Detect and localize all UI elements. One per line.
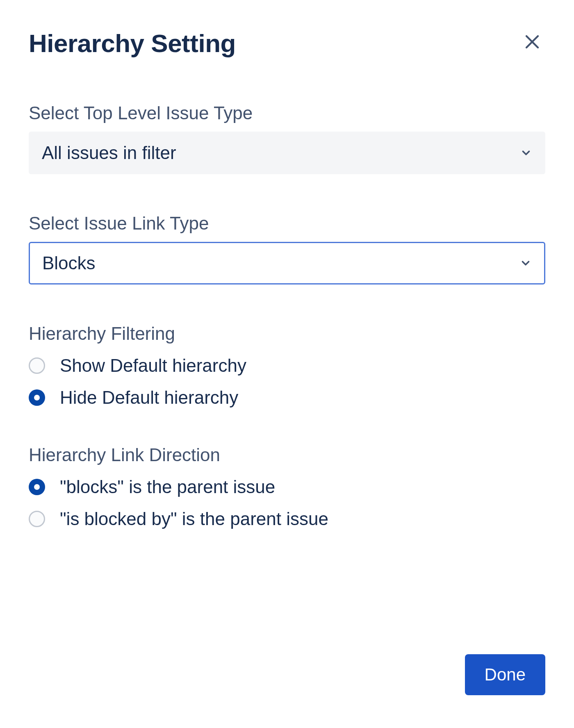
close-icon xyxy=(522,32,542,52)
radio-unchecked-icon xyxy=(29,511,45,527)
issue-link-type-value: Blocks xyxy=(42,253,96,273)
radio-checked-icon xyxy=(29,479,45,495)
hierarchy-link-direction-section: Hierarchy Link Direction "blocks" is the… xyxy=(29,445,545,529)
radio-checked-icon xyxy=(29,389,45,406)
hierarchy-setting-dialog: Hierarchy Setting Select Top Level Issue… xyxy=(0,0,574,728)
dialog-header: Hierarchy Setting xyxy=(29,29,545,58)
chevron-down-icon xyxy=(519,257,532,269)
radio-label: Hide Default hierarchy xyxy=(60,387,238,408)
radio-label: "is blocked by" is the parent issue xyxy=(60,509,328,529)
top-level-issue-type-field: Select Top Level Issue Type All issues i… xyxy=(29,103,545,174)
hierarchy-filtering-section: Hierarchy Filtering Show Default hierarc… xyxy=(29,323,545,408)
radio-hide-default-hierarchy[interactable]: Hide Default hierarchy xyxy=(29,387,545,408)
hierarchy-link-direction-options: "blocks" is the parent issue "is blocked… xyxy=(29,477,545,529)
top-level-issue-type-value: All issues in filter xyxy=(42,143,176,163)
done-button[interactable]: Done xyxy=(465,654,545,695)
top-level-issue-type-label: Select Top Level Issue Type xyxy=(29,103,545,123)
issue-link-type-select[interactable]: Blocks xyxy=(29,242,545,284)
dialog-title: Hierarchy Setting xyxy=(29,29,236,58)
issue-link-type-label: Select Issue Link Type xyxy=(29,213,545,234)
radio-blocks-is-parent[interactable]: "blocks" is the parent issue xyxy=(29,477,545,497)
radio-is-blocked-by-is-parent[interactable]: "is blocked by" is the parent issue xyxy=(29,509,545,529)
radio-label: Show Default hierarchy xyxy=(60,355,246,376)
issue-link-type-field: Select Issue Link Type Blocks xyxy=(29,213,545,284)
hierarchy-filtering-heading: Hierarchy Filtering xyxy=(29,323,545,344)
radio-unchecked-icon xyxy=(29,357,45,374)
radio-label: "blocks" is the parent issue xyxy=(60,477,275,497)
top-level-issue-type-select[interactable]: All issues in filter xyxy=(29,132,545,174)
radio-show-default-hierarchy[interactable]: Show Default hierarchy xyxy=(29,355,545,376)
dialog-footer: Done xyxy=(29,654,545,712)
close-button[interactable] xyxy=(519,29,545,55)
hierarchy-filtering-options: Show Default hierarchy Hide Default hier… xyxy=(29,355,545,408)
chevron-down-icon xyxy=(520,147,532,159)
hierarchy-link-direction-heading: Hierarchy Link Direction xyxy=(29,445,545,465)
